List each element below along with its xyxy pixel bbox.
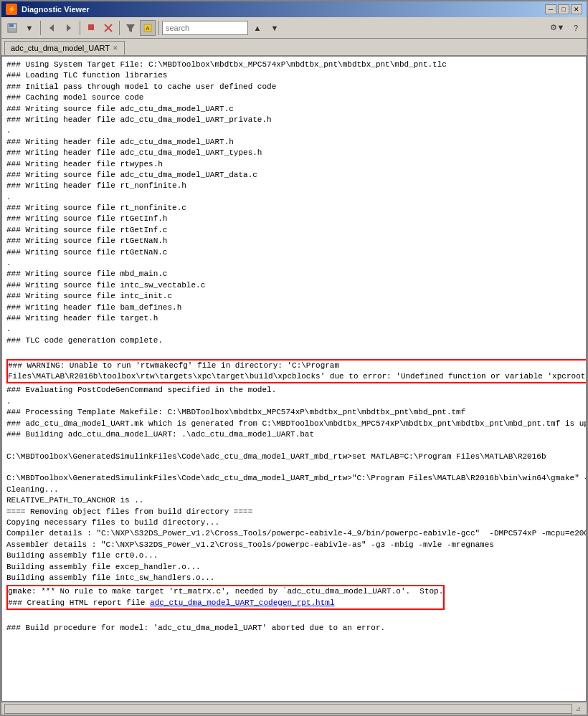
resize-grip[interactable]: ⊿ bbox=[572, 703, 584, 715]
stop-button[interactable] bbox=[83, 20, 99, 36]
tab-bar: adc_ctu_dma_model_UART ✕ bbox=[1, 39, 587, 56]
help-button[interactable]: ? bbox=[568, 20, 584, 36]
tab-close-button[interactable]: ✕ bbox=[113, 44, 118, 52]
save-button[interactable] bbox=[4, 20, 20, 36]
svg-rect-1 bbox=[9, 24, 14, 27]
app-icon-text: ⚡ bbox=[8, 6, 16, 13]
app-icon: ⚡ bbox=[6, 4, 17, 15]
back-icon bbox=[47, 23, 57, 33]
search-next-button[interactable]: ▼ bbox=[267, 20, 283, 36]
filter-button[interactable] bbox=[123, 20, 138, 36]
search-prev-button[interactable]: ▲ bbox=[250, 20, 265, 36]
status-panel bbox=[4, 704, 572, 714]
minimize-button[interactable]: ─ bbox=[545, 4, 556, 14]
report-link[interactable]: adc_ctu_dma_model_UART_codegen_rpt.html bbox=[150, 598, 334, 607]
tab-label: adc_ctu_dma_model_UART bbox=[11, 44, 110, 52]
separator-2 bbox=[80, 21, 80, 35]
forward-icon bbox=[64, 23, 74, 33]
svg-text:A: A bbox=[146, 25, 150, 32]
search-input[interactable] bbox=[162, 21, 248, 35]
svg-marker-4 bbox=[67, 24, 71, 32]
main-tab[interactable]: adc_ctu_dma_model_UART ✕ bbox=[4, 41, 125, 55]
settings-button[interactable]: ⚙▼ bbox=[549, 20, 565, 36]
separator-4 bbox=[158, 21, 159, 35]
error-box: gmake: *** No rule to make target 'rt_ma… bbox=[6, 585, 445, 610]
save-icon bbox=[7, 23, 17, 33]
highlight-icon: A bbox=[143, 23, 153, 33]
svg-marker-8 bbox=[126, 24, 135, 32]
delete-button[interactable] bbox=[100, 20, 116, 36]
diagnostic-viewer-window: ⚡ Diagnostic Viewer ─ □ ✕ ▼ bbox=[0, 0, 588, 716]
content-area: ### Using System Target File: C:\MBDTool… bbox=[1, 56, 587, 702]
toolbar-right: ⚙▼ ? bbox=[549, 20, 584, 36]
toolbar: ▼ bbox=[1, 17, 587, 39]
svg-marker-3 bbox=[49, 24, 54, 32]
window-title: Diagnostic Viewer bbox=[22, 5, 90, 14]
warning-box: ### WARNING: Unable to run 'rtwmakecfg' … bbox=[6, 359, 586, 384]
title-bar: ⚡ Diagnostic Viewer ─ □ ✕ bbox=[1, 1, 587, 17]
separator-1 bbox=[40, 21, 41, 35]
status-bar: ⊿ bbox=[1, 702, 587, 715]
close-button[interactable]: ✕ bbox=[571, 4, 582, 14]
svg-marker-5 bbox=[88, 24, 94, 30]
dropdown-button[interactable]: ▼ bbox=[22, 20, 37, 36]
stop-icon bbox=[86, 23, 96, 33]
back-button[interactable] bbox=[44, 20, 60, 36]
title-bar-left: ⚡ Diagnostic Viewer bbox=[6, 4, 90, 15]
forward-button[interactable] bbox=[61, 20, 77, 36]
title-buttons: ─ □ ✕ bbox=[545, 4, 582, 14]
highlight-button[interactable]: A bbox=[140, 20, 156, 36]
svg-rect-2 bbox=[9, 28, 16, 32]
delete-icon bbox=[103, 23, 113, 33]
filter-icon bbox=[125, 23, 136, 33]
diagnostic-text[interactable]: ### Using System Target File: C:\MBDTool… bbox=[2, 57, 586, 701]
separator-3 bbox=[119, 21, 120, 35]
maximize-button[interactable]: □ bbox=[558, 4, 569, 14]
